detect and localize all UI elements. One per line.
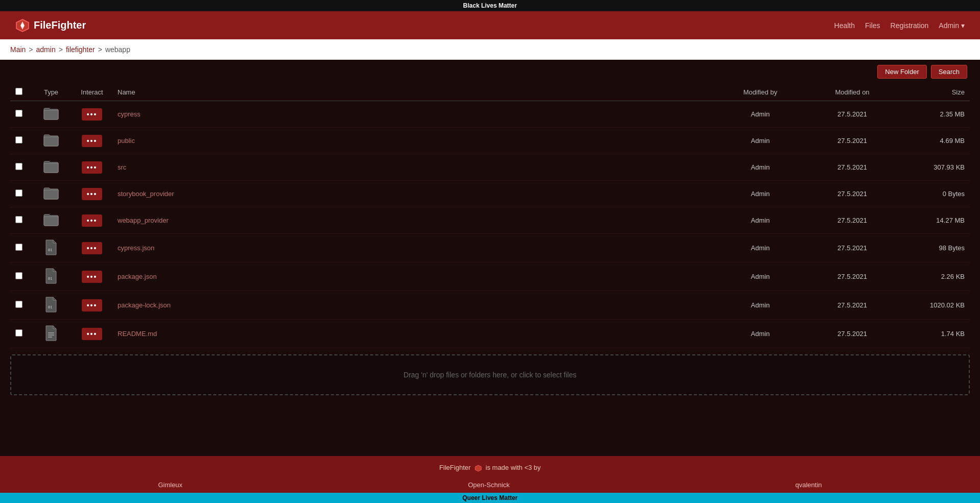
breadcrumb-main[interactable]: Main [10,45,26,54]
interact-button-3[interactable]: ••• [82,188,103,200]
row-checkbox-8[interactable] [15,329,22,337]
row-interact-cell-2: ••• [72,154,112,181]
row-modified-by-7: Admin [714,291,806,320]
file-link-7[interactable]: package-lock.json [118,301,171,309]
row-modified-on-6: 27.5.2021 [806,262,898,291]
nav-links: Health Files Registration Admin ▾ [834,21,965,30]
search-button[interactable]: Search [931,65,967,79]
file-link-4[interactable]: webapp_provider [118,217,169,224]
file-link-1[interactable]: public [118,137,135,145]
footer-brand-icon [475,465,482,472]
nav-registration[interactable]: Registration [891,21,929,30]
row-checkbox-3[interactable] [15,189,22,197]
row-interact-cell-6: ••• [72,262,112,291]
row-modified-by-9: Admin [714,348,806,350]
file-table: Type Interact Name Modified by Modified … [10,84,970,349]
file-link-6[interactable]: package.json [118,273,157,280]
row-size-2: 307.93 KB [898,154,970,181]
file-binary-icon: 01 [44,278,58,285]
row-checkbox-cell [10,128,31,154]
interact-button-5[interactable]: ••• [82,242,103,254]
breadcrumb: Main > admin > filefighter > webapp [0,39,980,60]
breadcrumb-admin[interactable]: admin [36,45,56,54]
row-modified-by-0: Admin [714,101,806,128]
folder-icon [43,194,59,202]
row-checkbox-1[interactable] [15,136,22,143]
file-link-3[interactable]: storybook_provider [118,190,174,198]
interact-button-1[interactable]: ••• [82,135,103,147]
row-modified-by-1: Admin [714,128,806,154]
row-type-cell-9: 01 [31,348,72,350]
row-interact-cell-8: ••• [72,320,112,348]
row-name-cell-1: public [112,128,714,154]
row-type-cell-0 [31,101,72,128]
row-modified-on-8: 27.5.2021 [806,320,898,348]
row-modified-by-5: Admin [714,234,806,262]
brand-logo[interactable]: FileFighter [15,18,86,33]
row-type-cell-4 [31,207,72,234]
table-row: ••• README.md Admin 27.5.2021 1.74 KB [10,320,970,348]
row-checkbox-7[interactable] [15,301,22,308]
row-checkbox-cell [10,348,31,350]
row-name-cell-9: renovate.json [112,348,714,350]
interact-button-4[interactable]: ••• [82,214,103,227]
row-modified-by-2: Admin [714,154,806,181]
file-link-0[interactable]: cypress [118,110,141,118]
row-size-8: 1.74 KB [898,320,970,348]
interact-button-6[interactable]: ••• [82,271,103,283]
top-banner: Black Lives Matter [0,0,980,11]
drop-zone[interactable]: Drag 'n' drop files or folders here, or … [10,354,970,395]
row-type-cell-1 [31,128,72,154]
table-row: ••• webapp_provider Admin 27.5.2021 14.2… [10,207,970,234]
interact-button-0[interactable]: ••• [82,108,103,121]
row-checkbox-4[interactable] [15,216,22,223]
row-interact-cell-7: ••• [72,291,112,320]
col-size-header: Size [898,84,970,101]
svg-text:01: 01 [48,305,52,309]
interact-button-2[interactable]: ••• [82,161,103,174]
file-link-8[interactable]: README.md [118,330,157,338]
drop-zone-text: Drag 'n' drop files or folders here, or … [404,371,576,379]
table-row: 01 ••• package.json Admin 27.5.2021 2.26… [10,262,970,291]
file-link-5[interactable]: cypress.json [118,244,154,252]
row-type-cell-3 [31,181,72,207]
row-size-6: 2.26 KB [898,262,970,291]
row-modified-on-4: 27.5.2021 [806,207,898,234]
select-all-checkbox[interactable] [15,88,22,95]
contributor-2: qvalentin [795,481,822,489]
row-checkbox-5[interactable] [15,244,22,251]
row-checkbox-2[interactable] [15,163,22,170]
footer-brand-name: FileFighter [439,464,471,471]
nav-files[interactable]: Files [865,21,880,30]
row-type-cell-2 [31,154,72,181]
folder-icon [43,141,59,149]
interact-button-8[interactable]: ••• [82,328,103,340]
breadcrumb-sep-3: > [98,45,102,54]
table-row: ••• storybook_provider Admin 27.5.2021 0… [10,181,970,207]
row-type-cell-6: 01 [31,262,72,291]
row-size-7: 1020.02 KB [898,291,970,320]
folder-icon [43,114,59,122]
interact-button-7[interactable]: ••• [82,299,103,312]
row-checkbox-cell [10,320,31,348]
row-checkbox-0[interactable] [15,110,22,117]
footer: FileFighter is made with <3 by Gimleux O… [0,456,980,503]
folder-icon [43,167,59,175]
table-row: ••• cypress Admin 27.5.2021 2.35 MB [10,101,970,128]
nav-admin-dropdown[interactable]: Admin ▾ [939,21,965,30]
row-interact-cell-3: ••• [72,181,112,207]
breadcrumb-filefighter[interactable]: filefighter [66,45,95,54]
row-checkbox-6[interactable] [15,272,22,279]
row-checkbox-cell [10,181,31,207]
new-folder-button[interactable]: New Folder [877,65,926,79]
row-name-cell-5: cypress.json [112,234,714,262]
file-text-icon [44,335,58,343]
row-checkbox-cell [10,101,31,128]
row-checkbox-cell [10,291,31,320]
row-size-3: 0 Bytes [898,181,970,207]
row-size-1: 4.69 MB [898,128,970,154]
file-link-2[interactable]: src [118,163,126,171]
chevron-down-icon: ▾ [961,21,965,30]
nav-health[interactable]: Health [834,21,855,30]
row-name-cell-8: README.md [112,320,714,348]
